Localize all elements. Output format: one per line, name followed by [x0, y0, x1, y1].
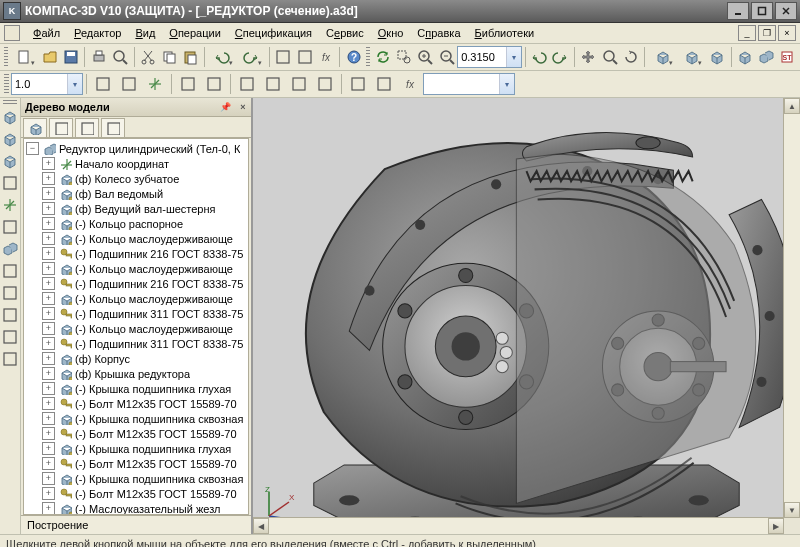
- tree-item[interactable]: +(-) Подшипник 216 ГОСТ 8338-75: [40, 246, 248, 261]
- tree-expander[interactable]: +: [42, 202, 55, 215]
- tree-expander[interactable]: +: [42, 157, 55, 170]
- tree-item[interactable]: +(-) Подшипник 311 ГОСТ 8338-75: [40, 306, 248, 321]
- pan-button[interactable]: [579, 45, 598, 69]
- tree-expander[interactable]: +: [42, 487, 55, 500]
- operations-button[interactable]: [0, 151, 20, 171]
- tree-expander[interactable]: +: [42, 502, 55, 515]
- print-button[interactable]: [89, 45, 108, 69]
- tree-item[interactable]: +(ф) Крышка редуктора: [40, 366, 248, 381]
- zoom-window-button[interactable]: [394, 45, 413, 69]
- mdi-close-button[interactable]: ×: [778, 25, 796, 41]
- panel-pin-button[interactable]: 📌: [217, 99, 233, 115]
- perspective-button[interactable]: [707, 45, 726, 69]
- zoom-next-button[interactable]: [551, 45, 570, 69]
- tree-expander[interactable]: +: [42, 307, 55, 320]
- tree-view-tab-4[interactable]: [101, 118, 125, 137]
- filters-button[interactable]: [0, 283, 20, 303]
- tree-expander[interactable]: +: [42, 352, 55, 365]
- refresh-button[interactable]: [373, 45, 392, 69]
- menu-edit[interactable]: Редактор: [67, 25, 128, 41]
- measure-button[interactable]: [0, 261, 20, 281]
- scale-combo[interactable]: 1.0 ▾: [11, 73, 83, 95]
- new-button[interactable]: [11, 45, 38, 69]
- chevron-down-icon[interactable]: ▾: [506, 47, 521, 67]
- minimize-button[interactable]: [727, 2, 749, 20]
- mdi-restore-button[interactable]: ❐: [758, 25, 776, 41]
- menu-service[interactable]: Сервис: [319, 25, 371, 41]
- tree-item[interactable]: +(ф) Вал ведомый: [40, 186, 248, 201]
- tree-item[interactable]: +(-) Болт М12x35 ГОСТ 15589-70: [40, 396, 248, 411]
- rebuild-button[interactable]: [757, 45, 776, 69]
- redo-button[interactable]: [238, 45, 265, 69]
- orientation-button[interactable]: [649, 45, 676, 69]
- tree-expander[interactable]: +: [42, 232, 55, 245]
- tree-item[interactable]: +(-) Кольцо маслоудерживающе: [40, 231, 248, 246]
- zoom-fit-button[interactable]: [600, 45, 619, 69]
- toolbar-grip[interactable]: [366, 47, 370, 67]
- tree-item[interactable]: +(-) Кольцо распорное: [40, 216, 248, 231]
- cut-button[interactable]: [138, 45, 157, 69]
- properties-button[interactable]: [274, 45, 293, 69]
- close-button[interactable]: [775, 2, 797, 20]
- copy-button[interactable]: [160, 45, 179, 69]
- tree-expander[interactable]: +: [42, 427, 55, 440]
- tree-item[interactable]: +(-) Болт М12x35 ГОСТ 15589-70: [40, 456, 248, 471]
- tree-expander[interactable]: −: [26, 142, 39, 155]
- tree-item[interactable]: +(ф) Колесо зубчатое: [40, 171, 248, 186]
- round-button[interactable]: [202, 72, 226, 96]
- simplified-button[interactable]: [735, 45, 754, 69]
- menu-view[interactable]: Вид: [128, 25, 162, 41]
- menu-operations[interactable]: Операции: [162, 25, 227, 41]
- menu-libraries[interactable]: Библиотеки: [468, 25, 542, 41]
- edit-sketch-button[interactable]: [0, 129, 20, 149]
- tree-root[interactable]: −Редуктор цилиндрический (Тел-0, К: [24, 141, 248, 156]
- tree-expander[interactable]: +: [42, 412, 55, 425]
- dim-assoc-button[interactable]: [346, 72, 370, 96]
- tree-item[interactable]: +(-) Кольцо маслоудерживающе: [40, 321, 248, 336]
- sheet-body-button[interactable]: [0, 349, 20, 369]
- tree-expander[interactable]: +: [42, 217, 55, 230]
- model-tree[interactable]: −Редуктор цилиндрический (Тел-0, К+Начал…: [23, 138, 249, 515]
- tree-item[interactable]: +(-) Маслоуказательный жезл: [40, 501, 248, 515]
- tree-item[interactable]: +(-) Крышка подшипника глухая: [40, 441, 248, 456]
- tree-item[interactable]: +(-) Подшипник 311 ГОСТ 8338-75: [40, 336, 248, 351]
- tree-item[interactable]: +(-) Крышка подшипника сквозная: [40, 471, 248, 486]
- panel-close-button[interactable]: ×: [235, 99, 251, 115]
- orbit-button[interactable]: [621, 45, 640, 69]
- menu-help[interactable]: Справка: [410, 25, 467, 41]
- tree-expander[interactable]: +: [42, 397, 55, 410]
- filter-button-1[interactable]: [235, 72, 259, 96]
- menu-spec[interactable]: Спецификация: [228, 25, 319, 41]
- scroll-left-button[interactable]: ◀: [253, 518, 269, 534]
- filter-button-2[interactable]: [261, 72, 285, 96]
- chevron-down-icon[interactable]: ▾: [499, 74, 514, 94]
- tree-expander[interactable]: +: [42, 442, 55, 455]
- tree-expander[interactable]: +: [42, 247, 55, 260]
- tree-item[interactable]: +(-) Кольцо маслоудерживающе: [40, 291, 248, 306]
- tree-item[interactable]: +(-) Кольцо маслоудерживающе: [40, 261, 248, 276]
- spec-button[interactable]: [0, 305, 20, 325]
- tree-item[interactable]: +(-) Болт М12x35 ГОСТ 15589-70: [40, 426, 248, 441]
- elements-button[interactable]: [0, 327, 20, 347]
- tree-item[interactable]: +(-) Крышка подшипника сквозная: [40, 411, 248, 426]
- grid-button[interactable]: [117, 72, 141, 96]
- zoom-out-button[interactable]: [437, 45, 456, 69]
- scroll-track[interactable]: [269, 518, 768, 534]
- tree-expander[interactable]: +: [42, 277, 55, 290]
- toolbar-grip[interactable]: [3, 100, 17, 106]
- scroll-track[interactable]: [784, 114, 800, 502]
- layer-combo[interactable]: ▾: [423, 73, 515, 95]
- help-button[interactable]: [344, 45, 363, 69]
- filter-button-3[interactable]: [287, 72, 311, 96]
- tree-view-tab-1[interactable]: [23, 118, 47, 137]
- tree-expander[interactable]: +: [42, 457, 55, 470]
- paste-button[interactable]: [181, 45, 200, 69]
- local-cs-button[interactable]: [143, 72, 167, 96]
- toolbar-grip[interactable]: [4, 47, 8, 67]
- menu-file[interactable]: Файл: [26, 25, 67, 41]
- chevron-down-icon[interactable]: ▾: [67, 74, 82, 94]
- filter-button-4[interactable]: [313, 72, 337, 96]
- tree-expander[interactable]: +: [42, 367, 55, 380]
- aux-geometry-button[interactable]: [0, 195, 20, 215]
- scroll-up-button[interactable]: ▲: [784, 98, 800, 114]
